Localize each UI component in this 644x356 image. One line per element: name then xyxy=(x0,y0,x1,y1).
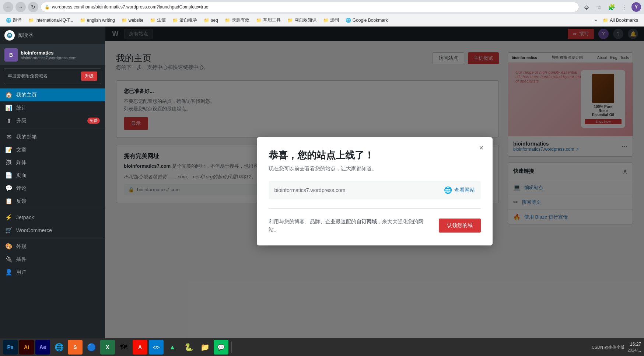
more-button[interactable]: ⋮ xyxy=(619,2,629,12)
view-site-link[interactable]: 🌐 查看网站 xyxy=(444,186,475,194)
upgrade-text: 年度套餐附免费域名 xyxy=(8,73,48,79)
chrome-icon[interactable]: 🔵 xyxy=(84,340,99,355)
nav-label: WooCommerce xyxy=(16,227,52,233)
back-button[interactable]: ← xyxy=(3,2,13,12)
bookmark-iq[interactable]: 📁 International-IQ-T... xyxy=(25,17,76,24)
vscode-icon[interactable]: </> xyxy=(149,340,164,355)
taskbar: Ps Ai Ae 🌐 S 🔵 X 🗺 A </> ▲ 🐍 📁 💬 CSDN @生… xyxy=(0,338,644,356)
bookmark-test[interactable]: 📁 亲测有效 xyxy=(222,16,252,24)
sublime-icon[interactable]: S xyxy=(68,340,83,355)
bookmarks-more-button[interactable]: » xyxy=(592,17,599,24)
view-label: 查看网站 xyxy=(454,187,475,193)
translate-icon: 🌐 xyxy=(6,18,11,23)
edge-browser-icon[interactable]: 🌐 xyxy=(52,340,66,355)
folder-icon: 📁 xyxy=(122,18,127,23)
nav-label: 评论 xyxy=(16,185,27,192)
woocommerce-icon: 🛒 xyxy=(5,227,13,234)
nav-label: 升级 xyxy=(16,118,27,124)
photoshop-icon[interactable]: Ps xyxy=(3,340,18,355)
content-area: W 所有站点 ✏ 撰写 Y ? 🔔 我的主页 xyxy=(105,27,644,356)
bookmark-website[interactable]: 📁 website xyxy=(119,17,147,24)
nav-label: 用户 xyxy=(16,269,27,276)
bookmark-select[interactable]: 📁 选刊 xyxy=(320,16,342,24)
all-bookmarks[interactable]: 📁 All Bookmarks xyxy=(600,17,641,24)
bookmark-protein[interactable]: 📁 蛋白组学 xyxy=(169,16,200,24)
wechat-icon[interactable]: 💬 xyxy=(214,340,228,355)
main-layout: W 阅读器 B bioinformatics bioinformatics7.w… xyxy=(0,27,644,356)
modal-overlay[interactable]: × 恭喜，您的站点上线了！ 现在您可以前去看看您的站点，让大家都知道。 bioi… xyxy=(105,27,644,356)
bookmark-label: 常用工具 xyxy=(263,17,281,23)
folder-icon: 📁 xyxy=(172,18,178,23)
python-icon[interactable]: 🐍 xyxy=(181,340,196,355)
bookmark-shengxin[interactable]: 📁 生信 xyxy=(147,16,169,24)
folder-icon: 📁 xyxy=(603,18,608,23)
maps-icon[interactable]: 🗺 xyxy=(116,340,131,355)
upgrade-badge: 免费 xyxy=(87,118,100,124)
bookmark-tools[interactable]: 📁 常用工具 xyxy=(253,16,284,24)
nav-label: 文章 xyxy=(16,147,27,153)
sidebar-item-pages[interactable]: 📄 页面 xyxy=(0,169,105,182)
bookmark-knowledge[interactable]: 📁 网页致知识 xyxy=(284,16,319,24)
folder-icon: 📁 xyxy=(256,18,262,23)
sidebar-item-jetpack[interactable]: ⚡ Jetpack xyxy=(0,211,105,224)
sidebar-item-users[interactable]: 👤 用户 xyxy=(0,266,105,279)
users-icon: 👤 xyxy=(5,269,13,276)
taskbar-separator xyxy=(231,342,232,353)
sidebar-item-appearance[interactable]: 🎨 外观 xyxy=(0,240,105,253)
nav-label: 页面 xyxy=(16,172,27,179)
refresh-button[interactable]: ↻ xyxy=(28,2,38,12)
excel-icon[interactable]: X xyxy=(100,340,115,355)
folder-icon: 📁 xyxy=(80,18,85,23)
sidebar-item-media[interactable]: 🖼 媒体 xyxy=(0,156,105,169)
taskbar-right: CSDN @生信小博 16:27 2024/... xyxy=(592,341,641,353)
address-bar[interactable]: 🔒 wordpress.com/home/bioinformatics7.wor… xyxy=(41,2,579,12)
bookmark-english[interactable]: 📁 english writing xyxy=(77,17,118,24)
globe-icon: 🌐 xyxy=(346,18,351,23)
nav-label: 媒体 xyxy=(16,159,27,166)
bookmark-google[interactable]: 🌐 Google Bookmark xyxy=(343,17,391,24)
modal-site-row: bioinformatics7.wordpress.com 🌐 查看网站 xyxy=(269,181,481,199)
modal-close-button[interactable]: × xyxy=(476,143,487,153)
sidebar-item-woocommerce[interactable]: 🛒 WooCommerce xyxy=(0,224,105,237)
forward-button[interactable]: → xyxy=(15,2,26,12)
upgrade-button[interactable]: 升级 xyxy=(81,71,97,81)
nav-label: 反馈 xyxy=(16,198,27,205)
sidebar-item-feedback[interactable]: 📋 反馈 xyxy=(0,195,105,207)
jetpack-icon: ⚡ xyxy=(5,214,13,221)
nav-separator-2 xyxy=(0,209,105,209)
cast-button[interactable]: ⬙ xyxy=(581,2,592,12)
sidebar-item-stats[interactable]: 📊 统计 xyxy=(0,101,105,114)
sidebar-item-mail[interactable]: ✉ 我的邮箱 xyxy=(0,130,105,143)
nav-label: 统计 xyxy=(16,105,27,111)
upgrade-icon: ⬆ xyxy=(5,117,13,124)
sidebar-item-posts[interactable]: 📝 文章 xyxy=(0,143,105,156)
extensions-button[interactable]: 🧩 xyxy=(606,2,617,12)
modal-divider xyxy=(269,208,481,209)
wp-navigation: 🏠 我的主页 📊 统计 ⬆ 升级 免费 ✉ 我的邮箱 📝 文章 xyxy=(0,87,105,338)
plugins-icon: 🔌 xyxy=(5,256,13,263)
bookmarks-bar: 🌐 翻译 📁 International-IQ-T... 📁 english w… xyxy=(0,14,644,27)
sidebar-item-home[interactable]: 🏠 我的主页 xyxy=(0,88,105,101)
folder-icon: 📁 xyxy=(28,18,34,23)
sidebar-item-plugins[interactable]: 🔌 插件 xyxy=(0,253,105,266)
folder-icon[interactable]: 📁 xyxy=(197,340,212,355)
bookmark-label: english writing xyxy=(87,18,115,23)
bookmark-seq[interactable]: 📁 seq xyxy=(201,17,221,24)
profile-avatar[interactable]: Y xyxy=(631,2,641,12)
wp-sidebar: W 阅读器 B bioinformatics bioinformatics7.w… xyxy=(0,27,105,356)
folder-icon: 📁 xyxy=(323,18,329,23)
aftereffects-icon[interactable]: Ae xyxy=(35,340,50,355)
home-icon: 🏠 xyxy=(5,91,13,98)
illustrator-icon[interactable]: Ai xyxy=(19,340,34,355)
sidebar-item-comments[interactable]: 💬 评论 xyxy=(0,182,105,195)
site-details: bioinformatics bioinformatics7.wordpress… xyxy=(21,50,77,60)
android-studio-icon[interactable]: ▲ xyxy=(165,340,180,355)
acrobat-icon[interactable]: A xyxy=(133,340,147,355)
wordpress-logo: W xyxy=(4,30,15,41)
folder-icon: 📁 xyxy=(150,18,155,23)
bookmark-translate[interactable]: 🌐 翻译 xyxy=(3,16,25,24)
mail-icon: ✉ xyxy=(5,133,13,140)
claim-domain-button[interactable]: 认领您的域 xyxy=(439,219,481,233)
sidebar-item-upgrade[interactable]: ⬆ 升级 免费 xyxy=(0,114,105,127)
bookmark-button[interactable]: ☆ xyxy=(594,2,604,12)
